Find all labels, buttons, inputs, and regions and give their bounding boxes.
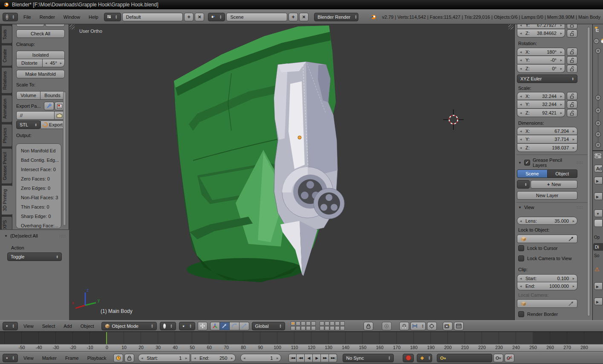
proportional-edit-button[interactable] [382, 322, 392, 330]
wrench-button[interactable] [44, 102, 54, 110]
lock-toggle[interactable] [567, 109, 577, 117]
collapsed-panel[interactable] [594, 282, 603, 290]
viewport-3d[interactable]: x y z User Ortho (1) Main Body [69, 24, 514, 320]
delete-keyframe-button[interactable] [505, 354, 514, 362]
output-report-list[interactable]: Non Manifold EdBad Contig. Edg...Interse… [16, 143, 61, 229]
timeline-editor-type[interactable] [3, 354, 18, 362]
jump-to-end-button[interactable] [329, 354, 337, 362]
gp-scene-tab[interactable]: Scene [517, 169, 548, 178]
button-partial[interactable] [594, 219, 603, 227]
snap-toggle-button[interactable] [399, 322, 409, 330]
lock-toggle[interactable] [567, 48, 577, 56]
active-keying-set-field[interactable] [437, 354, 492, 362]
clip-start-field[interactable]: Start:0.100 [517, 274, 577, 282]
output-report-item[interactable]: Bad Contig. Edg... [21, 155, 61, 165]
delete-scene-button[interactable] [299, 13, 309, 21]
3d-cursor[interactable] [443, 109, 464, 130]
manipulator-toggle[interactable] [198, 322, 208, 330]
viewport-editor-type[interactable] [3, 322, 18, 330]
translate-manipulator-button[interactable] [220, 322, 230, 330]
output-report-item[interactable]: Zero Edges: 0 [21, 183, 61, 193]
menu-item[interactable]: Render [35, 14, 59, 20]
lock-time-button[interactable] [124, 354, 134, 362]
menu-item[interactable]: Select [38, 324, 60, 329]
current-frame-field[interactable]: 1 [240, 354, 281, 362]
keying-type-select[interactable] [417, 354, 432, 362]
diffuse-tab-partial[interactable]: Di [593, 243, 603, 251]
location-z-field[interactable]: Z:38.84662 [517, 29, 565, 37]
export-path-field[interactable]: // [16, 111, 55, 120]
gp-object-tab[interactable]: Object [548, 169, 578, 178]
editor-type-selector[interactable]: i [3, 13, 18, 21]
shelf-tab[interactable]: Relations [1, 67, 12, 94]
scale-volume-button[interactable]: Volume [16, 91, 40, 100]
layers-grid-2[interactable] [320, 321, 345, 330]
location-y-field[interactable]: Y:67.27927 [517, 24, 565, 29]
isolated-button[interactable]: Isolated [16, 51, 65, 59]
grease-pencil-panel-header[interactable]: Grease Pencil Layers [518, 158, 583, 168]
rotate-manipulator-button[interactable] [230, 322, 239, 330]
jump-to-start-button[interactable] [289, 354, 297, 362]
viewport-shading-select[interactable] [160, 322, 176, 330]
menu-item[interactable]: Object [76, 324, 98, 329]
shelf-tab[interactable]: 3D Printing [1, 185, 12, 215]
collapsed-panel[interactable] [594, 177, 603, 184]
scene-name[interactable]: Scene [226, 13, 287, 21]
lock-camera-checkbox[interactable] [518, 255, 524, 261]
output-report-item[interactable]: Non-Flat Faces: 3 [21, 193, 61, 202]
scene-browse[interactable] [208, 13, 225, 21]
expand-icon[interactable] [595, 132, 601, 137]
resize-grip[interactable] [508, 24, 514, 29]
open-panel[interactable] [594, 209, 603, 217]
clipped-value[interactable] [45, 24, 65, 27]
lock-toggle[interactable] [567, 24, 577, 29]
scale-field[interactable]: Z:92.421 [517, 109, 565, 117]
shelf-tab[interactable]: Physics [1, 124, 12, 147]
layer-cell[interactable] [291, 321, 295, 326]
action-select[interactable]: Toggle [7, 252, 62, 261]
scale-field[interactable]: X:32.244 [517, 92, 565, 100]
screen-layout-browse[interactable] [104, 13, 121, 21]
add-layout-button[interactable] [184, 13, 193, 21]
local-camera-field[interactable] [517, 299, 577, 308]
expand-icon[interactable] [595, 142, 601, 148]
mode-select[interactable]: Object Mode [101, 322, 157, 330]
lens-field[interactable]: Lens:35.000 [517, 217, 577, 225]
dimension-field[interactable]: Z:198.037 [517, 144, 577, 152]
expand-icon[interactable] [595, 95, 601, 100]
rotation-mode-select[interactable]: XYZ Euler [517, 75, 577, 83]
eyedropper-icon[interactable] [568, 236, 574, 241]
timeline-ruler[interactable]: -50-40-30-20-100102030405060708090100110… [0, 344, 603, 352]
export-format-select[interactable]: STL [16, 120, 40, 129]
lock-toggle[interactable] [567, 65, 577, 73]
output-report-item[interactable]: Thin Faces: 0 [21, 202, 61, 212]
panel-grip[interactable] [577, 161, 583, 165]
render-animation-button[interactable] [454, 322, 464, 330]
menu-item[interactable]: Add [59, 324, 76, 329]
previous-keyframe-button[interactable] [297, 354, 305, 362]
dimension-field[interactable]: X:67.204 [517, 127, 577, 135]
distorted-button[interactable]: Distorte [16, 59, 43, 67]
menu-item[interactable]: Window [59, 14, 84, 20]
collapsed-panel[interactable] [594, 192, 603, 200]
manipulator-axes-button[interactable] [210, 322, 220, 330]
shelf-scrollbar[interactable] [63, 92, 66, 226]
use-preview-range-button[interactable] [113, 354, 123, 362]
view-panel-header[interactable]: View [518, 205, 583, 210]
pivot-point-select[interactable] [179, 322, 195, 330]
shelf-tab[interactable]: Grease Pencil [1, 148, 12, 184]
output-report-item[interactable]: Zero Faces: 0 [21, 174, 61, 183]
menu-item[interactable]: File [19, 14, 35, 20]
export-button[interactable]: Export [40, 120, 65, 129]
gp-new-layer-button[interactable]: New Layer [517, 191, 577, 200]
output-report-item[interactable]: Sharp Edge: 0 [21, 212, 61, 221]
add-scene-button[interactable] [289, 13, 298, 21]
snap-target-button[interactable] [427, 322, 437, 330]
delete-layout-button[interactable] [195, 13, 204, 21]
frame-start-field[interactable]: Start:1 [138, 354, 190, 362]
expand-icon[interactable] [595, 108, 601, 113]
lock-object-field[interactable] [517, 235, 577, 243]
current-frame-playhead[interactable] [106, 332, 107, 344]
next-keyframe-button[interactable] [321, 354, 329, 362]
layers-grid-1[interactable] [291, 321, 316, 330]
